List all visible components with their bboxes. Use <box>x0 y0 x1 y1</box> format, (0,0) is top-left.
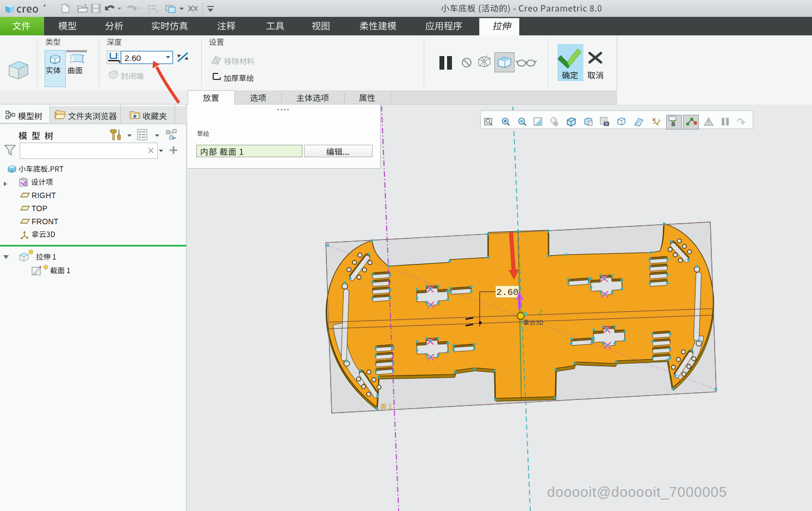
svg-text:2.60: 2.60 <box>497 287 519 298</box>
svg-text:dooooit@dooooit_7000005: dooooit@dooooit_7000005 <box>547 484 727 500</box>
